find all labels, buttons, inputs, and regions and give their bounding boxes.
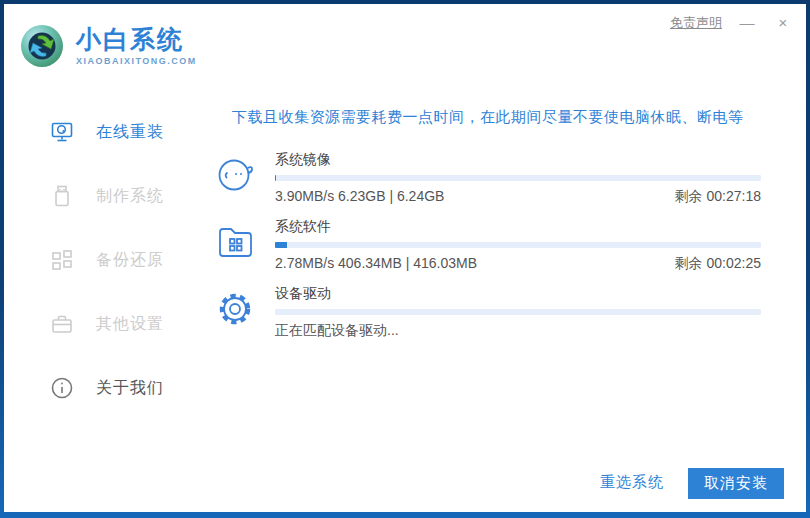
- app-logo-text: 小白系统 XIAOBAIXITONG.COM: [76, 26, 197, 66]
- sidebar-item-label: 关于我们: [96, 378, 164, 399]
- task-title: 设备驱动: [275, 285, 761, 303]
- mascot-face-icon: [214, 153, 256, 195]
- app-logo: 小白系统 XIAOBAIXITONG.COM: [18, 22, 197, 70]
- task-title: 系统软件: [275, 218, 761, 236]
- minimize-button[interactable]: —: [736, 12, 758, 34]
- sidebar-item-label: 在线重装: [96, 122, 164, 143]
- monitor-reinstall-icon: [50, 120, 74, 144]
- task-status-text: 正在匹配设备驱动...: [275, 321, 399, 339]
- window-controls: 免责声明 — ×: [670, 12, 794, 34]
- sidebar-item-about-us[interactable]: 关于我们: [4, 356, 200, 420]
- sidebar: 在线重装 制作系统: [4, 92, 200, 512]
- progress-bar-system-image: [275, 175, 761, 181]
- app-title: 小白系统: [76, 26, 197, 54]
- footer: 重选系统 取消安装: [200, 452, 806, 512]
- task-status-remaining: 剩余 00:27:18: [675, 187, 761, 205]
- task-status-remaining: 剩余 00:02:25: [675, 254, 761, 272]
- app-window: 小白系统 XIAOBAIXITONG.COM 免责声明 — ×: [0, 0, 810, 518]
- sidebar-item-make-system[interactable]: 制作系统: [4, 164, 200, 228]
- main-content: 下载且收集资源需要耗费一点时间，在此期间尽量不要使电脑休眠、断电等 系: [200, 92, 806, 512]
- reselect-system-button[interactable]: 重选系统: [600, 473, 664, 492]
- progress-fill: [275, 242, 287, 248]
- sidebar-item-online-reinstall[interactable]: 在线重装: [4, 100, 200, 164]
- task-status-speed: 2.78MB/s 406.34MB | 416.03MB: [275, 254, 477, 272]
- cancel-install-button[interactable]: 取消安装: [688, 468, 784, 499]
- sidebar-item-label: 制作系统: [96, 186, 164, 207]
- progress-bar-device-driver: [275, 309, 761, 315]
- gear-icon: [214, 287, 256, 329]
- titlebar: 小白系统 XIAOBAIXITONG.COM 免责声明 — ×: [4, 4, 806, 92]
- backup-grid-icon: [50, 248, 74, 272]
- body: 在线重装 制作系统: [4, 92, 806, 512]
- disclaimer-link[interactable]: 免责声明: [670, 14, 722, 32]
- sidebar-item-backup-restore[interactable]: 备份还原: [4, 228, 200, 292]
- task-row-system-image: 系统镜像 3.90MB/s 6.23GB | 6.24GB 剩余 00:27:1…: [214, 151, 761, 205]
- folder-apps-icon: [214, 220, 256, 262]
- window-inner: 小白系统 XIAOBAIXITONG.COM 免责声明 — ×: [4, 4, 806, 512]
- info-icon: [50, 376, 74, 400]
- app-subtitle: XIAOBAIXITONG.COM: [76, 56, 197, 66]
- sidebar-item-other-settings[interactable]: 其他设置: [4, 292, 200, 356]
- progress-fill: [275, 175, 276, 181]
- sidebar-item-label: 其他设置: [96, 314, 164, 335]
- progress-bar-system-software: [275, 242, 761, 248]
- app-logo-icon: [18, 22, 66, 70]
- download-notice: 下载且收集资源需要耗费一点时间，在此期间尽量不要使电脑休眠、断电等: [232, 108, 761, 127]
- usb-drive-icon: [50, 184, 74, 208]
- briefcase-icon: [50, 312, 74, 336]
- task-row-device-driver: 设备驱动 正在匹配设备驱动...: [214, 285, 761, 339]
- close-button[interactable]: ×: [772, 12, 794, 34]
- sidebar-item-label: 备份还原: [96, 250, 164, 271]
- task-row-system-software: 系统软件 2.78MB/s 406.34MB | 416.03MB 剩余 00:…: [214, 218, 761, 272]
- task-title: 系统镜像: [275, 151, 761, 169]
- task-status-speed: 3.90MB/s 6.23GB | 6.24GB: [275, 187, 444, 205]
